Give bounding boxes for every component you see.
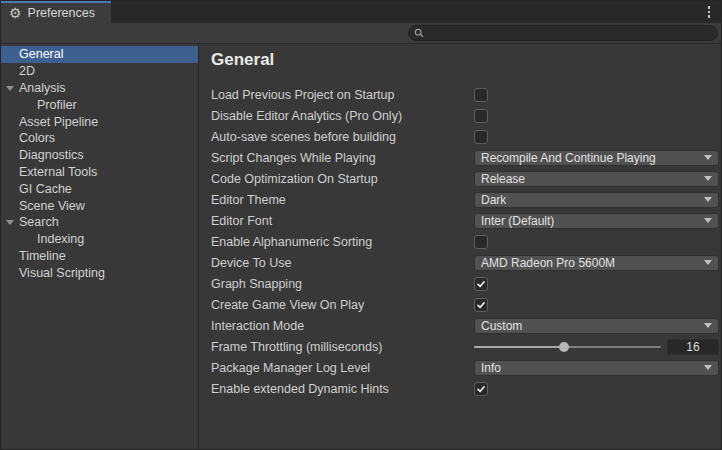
sidebar-item-general[interactable]: General (1, 46, 198, 63)
sidebar-item-label: Asset Pipeline (19, 115, 98, 129)
sidebar-item-search[interactable]: Search (1, 214, 198, 231)
chevron-down-icon (704, 155, 712, 160)
row-control: Recompile And Continue Playing (474, 150, 719, 166)
sidebar-item-label: Analysis (19, 81, 66, 95)
sidebar-item-label: 2D (19, 64, 35, 78)
tab-preferences[interactable]: ⚙ Preferences (1, 1, 111, 23)
search-icon (414, 28, 424, 38)
checkbox-disable-editor-analytics-pro-only[interactable] (474, 109, 488, 123)
checkbox-auto-save-scenes-before-building[interactable] (474, 130, 488, 144)
sidebar-item-label: GI Cache (19, 182, 72, 196)
row-label: Interaction Mode (211, 319, 474, 333)
sidebar-item-label: Colors (19, 131, 55, 145)
settings-row: Package Manager Log LevelInfo (211, 357, 719, 378)
row-label: Enable Alphanumeric Sorting (211, 235, 474, 249)
sidebar-item-diagnostics[interactable]: Diagnostics (1, 147, 198, 164)
row-label: Create Game View On Play (211, 298, 474, 312)
settings-row: Device To UseAMD Radeon Pro 5600M (211, 252, 719, 273)
dropdown-value: Info (481, 361, 501, 375)
checkbox-graph-snapping[interactable] (474, 277, 488, 291)
row-control (474, 109, 719, 123)
tab-title: Preferences (28, 6, 95, 20)
row-label: Enable extended Dynamic Hints (211, 382, 474, 396)
settings-row: Disable Editor Analytics (Pro Only) (211, 105, 719, 126)
sidebar-item-label: General (19, 47, 63, 61)
row-control: 16 (474, 339, 719, 355)
row-label: Code Optimization On Startup (211, 172, 474, 186)
sidebar-item-label: Indexing (37, 232, 84, 246)
dropdown-value: AMD Radeon Pro 5600M (481, 256, 615, 270)
settings-row: Auto-save scenes before building (211, 126, 719, 147)
checkbox-enable-alphanumeric-sorting[interactable] (474, 235, 488, 249)
sidebar-item-label: Scene View (19, 199, 85, 213)
kebab-menu-icon[interactable] (708, 6, 711, 18)
sidebar-item-external-tools[interactable]: External Tools (1, 164, 198, 181)
tab-strip: ⚙ Preferences (1, 1, 721, 23)
row-label: Frame Throttling (milliseconds) (211, 340, 474, 354)
value-field-frame-throttling-milliseconds[interactable]: 16 (667, 339, 719, 355)
sidebar-item-analysis[interactable]: Analysis (1, 80, 198, 97)
checkbox-enable-extended-dynamic-hints[interactable] (474, 382, 488, 396)
dropdown-package-manager-log-level[interactable]: Info (474, 360, 719, 376)
row-control: AMD Radeon Pro 5600M (474, 255, 719, 271)
row-control (474, 277, 719, 291)
row-control: Info (474, 360, 719, 376)
expander-icon[interactable] (6, 86, 14, 91)
settings-list: Load Previous Project on StartupDisable … (211, 84, 719, 399)
row-control (474, 88, 719, 102)
settings-row: Enable extended Dynamic Hints (211, 378, 719, 399)
preferences-window: ⚙ Preferences General2DAnalysisProfilerA… (0, 0, 722, 450)
sidebar-item-label: External Tools (19, 165, 97, 179)
dropdown-interaction-mode[interactable]: Custom (474, 318, 719, 334)
search-input[interactable] (428, 26, 717, 40)
dropdown-editor-font[interactable]: Inter (Default) (474, 213, 719, 229)
sidebar-item-timeline[interactable]: Timeline (1, 248, 198, 265)
sidebar-item-colors[interactable]: Colors (1, 130, 198, 147)
row-control (474, 382, 719, 396)
settings-row: Create Game View On Play (211, 294, 719, 315)
row-label: Auto-save scenes before building (211, 130, 474, 144)
dropdown-script-changes-while-playing[interactable]: Recompile And Continue Playing (474, 150, 719, 166)
checkbox-load-previous-project-on-startup[interactable] (474, 88, 488, 102)
slider-frame-throttling-milliseconds[interactable] (474, 339, 661, 355)
row-label: Script Changes While Playing (211, 151, 474, 165)
chevron-down-icon (704, 260, 712, 265)
chevron-down-icon (704, 365, 712, 370)
row-label: Editor Theme (211, 193, 474, 207)
sidebar-item-asset-pipeline[interactable]: Asset Pipeline (1, 113, 198, 130)
sidebar-item-label: Profiler (37, 98, 77, 112)
dropdown-device-to-use[interactable]: AMD Radeon Pro 5600M (474, 255, 719, 271)
slider-thumb[interactable] (559, 342, 569, 352)
chevron-down-icon (704, 197, 712, 202)
row-control: Custom (474, 318, 719, 334)
dropdown-code-optimization-on-startup[interactable]: Release (474, 171, 719, 187)
settings-row: Code Optimization On StartupRelease (211, 168, 719, 189)
settings-row: Script Changes While PlayingRecompile An… (211, 147, 719, 168)
dropdown-value: Recompile And Continue Playing (481, 151, 656, 165)
sidebar-item-profiler[interactable]: Profiler (1, 96, 198, 113)
sidebar-item-label: Timeline (19, 249, 66, 263)
settings-row: Frame Throttling (milliseconds)16 (211, 336, 719, 357)
window-body: General2DAnalysisProfilerAsset PipelineC… (1, 44, 721, 449)
sidebar-item-gi-cache[interactable]: GI Cache (1, 180, 198, 197)
sidebar-item-scene-view[interactable]: Scene View (1, 197, 198, 214)
settings-row: Load Previous Project on Startup (211, 84, 719, 105)
search-field[interactable] (408, 25, 718, 41)
slider-track-fill (474, 346, 564, 348)
sidebar-item-label: Visual Scripting (19, 266, 105, 280)
row-control (474, 298, 719, 312)
row-label: Device To Use (211, 256, 474, 270)
chevron-down-icon (704, 176, 712, 181)
dropdown-editor-theme[interactable]: Dark (474, 192, 719, 208)
settings-row: Graph Snapping (211, 273, 719, 294)
sidebar-item-visual-scripting[interactable]: Visual Scripting (1, 264, 198, 281)
row-control (474, 130, 719, 144)
expander-icon[interactable] (6, 220, 14, 225)
sidebar-item-indexing[interactable]: Indexing (1, 231, 198, 248)
row-label: Graph Snapping (211, 277, 474, 291)
row-control: Inter (Default) (474, 213, 719, 229)
checkbox-create-game-view-on-play[interactable] (474, 298, 488, 312)
sidebar: General2DAnalysisProfilerAsset PipelineC… (1, 44, 198, 449)
sidebar-item-2d[interactable]: 2D (1, 63, 198, 80)
content: General Load Previous Project on Startup… (199, 44, 721, 449)
